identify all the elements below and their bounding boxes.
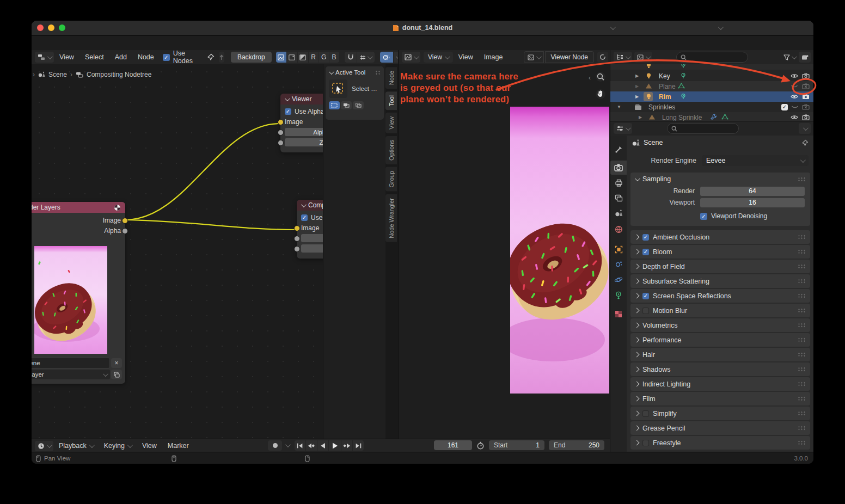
viewport-samples-field[interactable]: 16 <box>700 198 805 207</box>
panel-volumetrics[interactable]: Volumetrics <box>630 318 810 332</box>
panel-freestyle[interactable]: Freestyle <box>630 436 810 450</box>
channel-color-alpha-icon[interactable] <box>276 52 286 63</box>
tab-particles[interactable] <box>610 257 627 271</box>
sidebar-tab-group[interactable]: Group <box>385 167 397 192</box>
expand-icon[interactable]: ▶ <box>635 84 639 89</box>
end-frame-field[interactable]: End250 <box>549 440 604 450</box>
rl-scene-unlink-button[interactable]: × <box>111 358 122 368</box>
tab-scene[interactable] <box>610 206 627 220</box>
editor-type-dropdown[interactable] <box>35 52 54 63</box>
hidden-viewport-eye-closed-icon[interactable] <box>791 104 799 110</box>
editor-type-dropdown[interactable] <box>35 441 53 451</box>
composite-image-socket[interactable] <box>294 225 300 231</box>
tab-tool[interactable] <box>610 142 627 156</box>
active-tool-title[interactable]: Active Tool <box>335 69 372 76</box>
outliner-row-key[interactable]: ▶ Key <box>610 71 813 81</box>
outliner-row-long-sprinkle[interactable]: ▶ Long Sprinkle <box>610 112 813 121</box>
panel-checkbox-ambient-occlusion[interactable]: ✓ <box>642 234 649 241</box>
panel-grip[interactable] <box>798 293 806 298</box>
backdrop-button[interactable]: Backdrop <box>231 52 272 63</box>
close-window-button[interactable] <box>37 24 44 31</box>
pan-gizmo-icon[interactable] <box>595 88 607 100</box>
panel-grip[interactable] <box>798 352 806 357</box>
outliner-row-sprinkles[interactable]: ▼ Sprinkles ✓ <box>610 102 813 112</box>
menu-view[interactable]: View <box>54 53 79 61</box>
breadcrumb-scene[interactable]: Scene <box>644 139 663 146</box>
auto-keying-record-button[interactable] <box>268 440 282 451</box>
outliner-row-plane[interactable]: ▶ Plane <box>610 81 813 91</box>
select-box-tool-button[interactable] <box>329 79 347 98</box>
jump-to-start-button[interactable] <box>295 440 305 451</box>
hide-viewport-eye-icon[interactable] <box>791 73 798 79</box>
outliner-row-rim[interactable]: ▶ Rim <box>610 91 813 102</box>
render-engine-dropdown[interactable]: Eevee <box>702 155 809 166</box>
panel-performance[interactable]: Performance <box>630 333 810 347</box>
panel-indirect-lighting[interactable]: Indirect Lighting <box>630 377 810 391</box>
tab-output[interactable] <box>610 176 627 190</box>
panel-checkbox-freestyle[interactable] <box>642 440 649 446</box>
viewport-denoising-checkbox[interactable]: ✓ <box>700 213 707 220</box>
sidebar-tab-view[interactable]: View <box>385 113 397 133</box>
panel-checkbox-motion-blur[interactable] <box>642 308 649 314</box>
menu-add[interactable]: Add <box>109 53 132 61</box>
tab-render[interactable] <box>610 161 627 175</box>
render-layers-node[interactable]: Render Layers Image Alpha <box>32 202 125 384</box>
render-layers-header[interactable]: Render Layers <box>32 202 125 213</box>
current-frame-field[interactable]: 161 <box>434 440 472 450</box>
collection-name[interactable]: Sprinkles <box>648 103 675 111</box>
overlays-toggle-icon[interactable] <box>380 52 393 63</box>
channel-green-button[interactable]: G <box>319 52 329 63</box>
panel-grip[interactable] <box>798 367 806 372</box>
next-keyframe-button[interactable] <box>341 440 352 451</box>
panel-grip[interactable] <box>798 279 806 284</box>
editor-type-dropdown[interactable] <box>614 123 632 134</box>
properties-options-dropdown[interactable] <box>799 123 811 134</box>
panel-grip[interactable] <box>798 249 806 254</box>
composite-z-socket[interactable] <box>294 246 300 252</box>
outliner-search-input[interactable] <box>676 52 748 63</box>
panel-grip[interactable] <box>375 70 381 75</box>
viewport-denoising-row[interactable]: ✓ Viewport Denoising <box>630 211 810 222</box>
menu-image[interactable]: Image <box>479 53 509 61</box>
panel-checkbox-simplify[interactable] <box>642 410 649 417</box>
image-datablock-name[interactable]: Viewer Node <box>545 51 594 63</box>
panel-grip[interactable] <box>798 264 806 269</box>
panel-hair[interactable]: Hair <box>630 348 810 361</box>
channel-red-button[interactable]: R <box>309 52 319 63</box>
panel-grip[interactable] <box>798 440 806 445</box>
viewer-z-socket[interactable] <box>278 140 284 146</box>
render-disabled-camera-icon[interactable] <box>802 104 810 110</box>
panel-screen-space-reflections[interactable]: ✓Screen Space Reflections <box>630 289 810 303</box>
start-frame-field[interactable]: Start1 <box>489 440 544 450</box>
zoom-window-button[interactable] <box>59 24 65 31</box>
menu-view[interactable]: View <box>453 53 479 61</box>
panel-grip[interactable] <box>798 308 806 313</box>
jump-to-end-button[interactable] <box>353 440 364 451</box>
editor-type-dropdown[interactable] <box>402 52 420 63</box>
panel-motion-blur[interactable]: Motion Blur <box>630 304 810 317</box>
use-nodes-toggle[interactable]: ✓ Use Nodes <box>163 50 193 65</box>
panel-grease-pencil[interactable]: Grease Pencil <box>630 421 810 435</box>
channel-color-icon[interactable] <box>287 52 297 63</box>
select-mode-extend-button[interactable] <box>341 101 352 109</box>
hide-viewport-eye-icon[interactable] <box>791 94 798 100</box>
panel-simplify[interactable]: Simplify <box>630 407 810 420</box>
sidebar-tab-tool[interactable]: Tool <box>385 91 397 110</box>
filter-dropdown[interactable] <box>783 54 795 60</box>
expand-icon[interactable]: ▶ <box>635 94 639 99</box>
panel-subsurface-scattering[interactable]: Subsurface Scattering <box>630 274 810 288</box>
object-name[interactable]: Long Sprinkle <box>662 114 702 121</box>
viewer-image-socket[interactable] <box>278 119 284 125</box>
panel-grip[interactable] <box>798 323 806 328</box>
image-mode-dropdown[interactable]: View <box>424 52 453 63</box>
rl-layer-dropdown[interactable]: View Layer <box>32 370 110 379</box>
previous-keyframe-button[interactable] <box>306 440 317 451</box>
display-mode-dropdown[interactable] <box>634 52 652 63</box>
image-browse-dropdown[interactable] <box>524 51 544 63</box>
panel-grip[interactable] <box>798 396 806 401</box>
alpha-output-socket[interactable] <box>122 228 128 234</box>
panel-film[interactable]: Film <box>630 392 810 405</box>
menu-node[interactable]: Node <box>132 53 160 61</box>
object-name[interactable]: Plane <box>659 83 676 90</box>
collapse-icon[interactable]: ▼ <box>617 105 621 109</box>
